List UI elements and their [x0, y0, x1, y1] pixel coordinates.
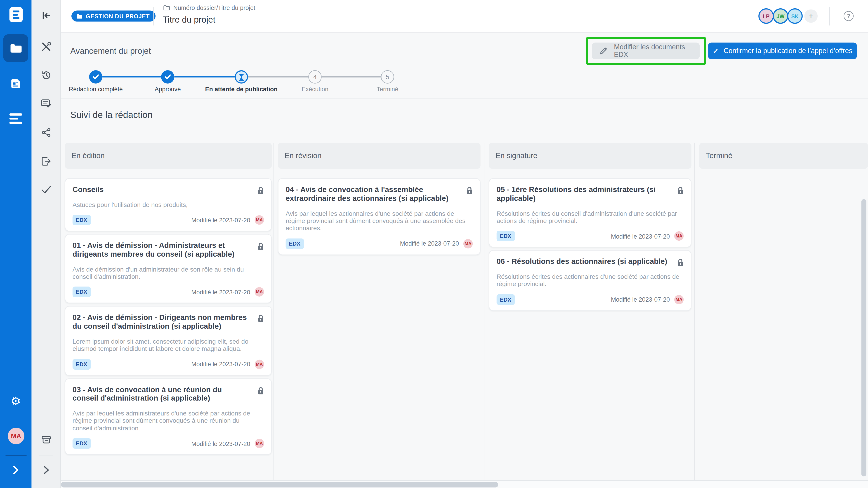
sidebar-item-projects[interactable]	[3, 34, 28, 62]
modified-date: Modifié le 2023-07-20	[191, 217, 250, 223]
modified-date: Modifié le 2023-07-20	[191, 440, 250, 447]
chevron-right-icon	[42, 465, 50, 475]
gear-icon: ⚙	[11, 395, 21, 407]
comment-check-icon	[41, 99, 51, 108]
export-document-icon	[41, 157, 51, 166]
assignee-avatar[interactable]: MA	[674, 231, 684, 241]
archive-button[interactable]	[32, 435, 60, 444]
modified-date: Modifié le 2023-07-20	[400, 240, 459, 247]
step-circle-current[interactable]	[235, 70, 248, 84]
project-type-badge[interactable]: GESTION DU PROJET	[71, 11, 156, 22]
add-member-button[interactable]: +	[804, 9, 817, 23]
modified-date: Modifié le 2023-07-20	[191, 289, 250, 295]
assignee-avatar[interactable]: MA	[255, 215, 264, 225]
step-connector	[174, 76, 235, 77]
step-number: 4	[313, 74, 317, 80]
card-title: 01 - Avis de démission - Administrateurs…	[72, 241, 264, 259]
step-circle-done[interactable]	[161, 70, 175, 84]
document-card[interactable]: 03 - Avis de convocation à une réunion d…	[65, 378, 272, 455]
board-heading: Suivi de la rédaction	[70, 109, 153, 120]
card-footer: EDX Modifié le 2023-07-20 MA	[72, 359, 264, 369]
step-circle-upcoming[interactable]: 5	[381, 70, 394, 84]
hourglass-icon	[239, 73, 244, 80]
edx-badge: EDX	[497, 294, 515, 305]
document-card[interactable]: Conseils Astuces pour l'utilisation de n…	[65, 178, 272, 231]
breadcrumb[interactable]: Numéro dossier/Titre du projet	[163, 4, 255, 11]
vertical-scrollbar[interactable]	[862, 199, 866, 477]
primary-sidebar: ⚙ MA	[0, 0, 32, 488]
help-button[interactable]: ?	[844, 11, 854, 21]
assignee-avatar[interactable]: MA	[255, 359, 264, 369]
sidebar-item-lists[interactable]	[0, 113, 32, 124]
column-separator	[860, 143, 860, 480]
confirm-button-label: Confirmer la publication de l’appel d’of…	[723, 47, 852, 55]
assignee-avatar[interactable]: MA	[255, 439, 264, 448]
app-logo-icon[interactable]	[7, 6, 25, 24]
column-en-edition: Conseils Astuces pour l'utilisation de n…	[65, 178, 272, 455]
member-avatar[interactable]: LP	[758, 8, 774, 24]
lock-icon	[466, 186, 473, 195]
modified-date: Modifié le 2023-07-20	[611, 296, 670, 303]
lock-icon	[677, 186, 684, 195]
member-avatar[interactable]: JW	[773, 8, 788, 24]
document-card[interactable]: 02 - Avis de démission - Dirigeants non …	[65, 306, 272, 376]
document-card[interactable]: 06 - Résolutions des actionnaires (si ap…	[489, 250, 691, 311]
assignee-avatar[interactable]: MA	[463, 239, 473, 248]
edit-edx-documents-button[interactable]: Modifier les documents EDX	[592, 43, 700, 59]
card-description: Lorem ipsum dolor sit amet, consectetur …	[72, 338, 264, 353]
share-button[interactable]	[32, 128, 60, 137]
check-icon	[41, 185, 51, 194]
header-divider	[153, 7, 154, 26]
card-description: Avis par lequel les actionnaires d'une s…	[286, 210, 473, 232]
column-header-en-edition: En édition	[65, 143, 272, 169]
section-divider	[61, 98, 868, 99]
tools-button[interactable]	[32, 41, 60, 52]
page-title: Titre du projet	[163, 15, 215, 25]
collapse-left-icon	[41, 11, 51, 20]
expand-sidebar-button[interactable]	[0, 465, 32, 475]
page-header: GESTION DU PROJET Numéro dossier/Titre d…	[61, 0, 868, 33]
step-connector	[102, 76, 161, 77]
document-card[interactable]: 04 - Avis de convocation à l'assemblée e…	[278, 178, 480, 255]
text-lines-icon	[9, 113, 22, 124]
column-separator	[484, 143, 484, 480]
sidebar-item-news[interactable]	[0, 78, 32, 89]
sidebar-item-settings[interactable]: ⚙	[0, 395, 32, 407]
step-circle-upcoming[interactable]: 4	[308, 70, 322, 84]
step-label: Exécution	[302, 86, 328, 92]
assignee-avatar[interactable]: MA	[255, 287, 264, 297]
comments-button[interactable]	[32, 99, 60, 108]
card-title: Conseils	[72, 185, 264, 194]
approvals-button[interactable]	[32, 185, 60, 194]
confirm-publication-button[interactable]: ✓ Confirmer la publication de l’appel d’…	[708, 43, 857, 59]
collapse-panel-button[interactable]	[32, 11, 60, 20]
edx-badge: EDX	[497, 231, 515, 241]
member-avatar-stack: LPJWSK	[758, 8, 802, 24]
horizontal-scrollbar[interactable]	[61, 482, 498, 487]
step-label: Approuvé	[155, 86, 181, 92]
document-card[interactable]: 05 - 1ère Résolutions des administrateur…	[489, 178, 691, 248]
column-title: En signature	[495, 152, 537, 160]
history-icon	[41, 70, 51, 80]
history-button[interactable]	[32, 70, 60, 80]
sidebar-divider	[39, 455, 53, 455]
share-icon	[41, 128, 51, 137]
document-card[interactable]: 01 - Avis de démission - Administrateurs…	[65, 234, 272, 303]
member-avatar[interactable]: SK	[787, 8, 803, 24]
step-number: 5	[386, 74, 389, 80]
current-user-avatar[interactable]: MA	[8, 428, 24, 444]
secondary-sidebar	[32, 0, 61, 488]
column-header-en-revision: En révision	[278, 143, 480, 169]
card-footer: EDX Modifié le 2023-07-20 MA	[72, 215, 264, 225]
edx-badge: EDX	[72, 359, 91, 369]
edx-badge: EDX	[286, 238, 304, 249]
expand-panel-button[interactable]	[32, 465, 60, 475]
chevron-right-icon	[12, 465, 20, 475]
card-description: Avis de démission d'un administrateur de…	[72, 266, 264, 281]
column-title: En révision	[285, 152, 322, 160]
header-divider	[829, 7, 830, 26]
assignee-avatar[interactable]: MA	[674, 295, 684, 304]
step-circle-done[interactable]	[89, 70, 102, 84]
edx-badge: EDX	[72, 215, 91, 225]
export-button[interactable]	[32, 157, 60, 166]
